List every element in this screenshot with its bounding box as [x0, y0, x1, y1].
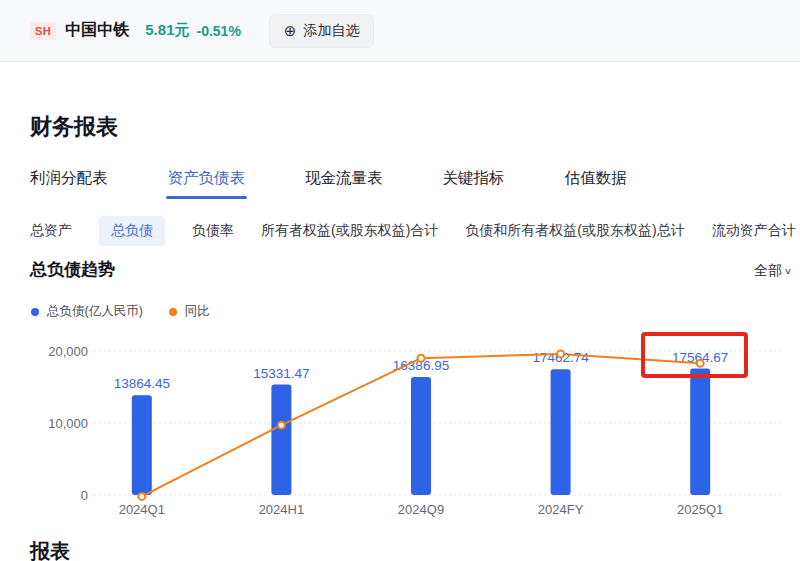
tab-0[interactable]: 利润分配表 [30, 168, 108, 199]
y-tick-label: 20,000 [48, 344, 88, 359]
legend-dot-icon [31, 308, 39, 316]
subtab-1[interactable]: 总负债 [99, 216, 165, 246]
add-watchlist-label: 添加自选 [303, 22, 359, 40]
x-tick-label: 2025Q1 [677, 502, 723, 517]
page: SH 中国中铁 5.81元 -0.51% ⊕ 添加自选 财务报表 利润分配表资产… [0, 0, 800, 561]
legend-item-1[interactable]: 同比 [169, 303, 210, 320]
stock-price: 5.81元 [145, 21, 189, 40]
bar-2024Q9[interactable] [411, 377, 431, 495]
legend-dot-icon [169, 308, 177, 316]
yoy-line-marker[interactable] [697, 360, 704, 367]
tab-4[interactable]: 估值数据 [565, 168, 627, 199]
y-tick-label: 10,000 [48, 416, 88, 431]
page-title: 财务报表 [30, 112, 118, 142]
chart-legend: 总负债(亿人民币)同比 [31, 303, 210, 320]
stock-name: 中国中铁 [65, 20, 129, 41]
yoy-line-marker[interactable] [418, 355, 425, 362]
bar-2024FY[interactable] [551, 369, 571, 495]
legend-label: 同比 [185, 303, 210, 320]
bar-value-label: 15331.47 [253, 366, 309, 381]
x-tick-label: 2024H1 [259, 502, 305, 517]
yoy-line-marker[interactable] [138, 493, 145, 500]
bar-value-label: 13864.45 [114, 376, 170, 391]
range-selector-dropdown[interactable]: 全部 ∨ [754, 262, 792, 280]
next-section-title: 报表 [30, 538, 70, 561]
yoy-line-marker[interactable] [557, 350, 564, 357]
chevron-down-icon: ∨ [784, 266, 792, 276]
x-tick-label: 2024Q1 [119, 502, 165, 517]
yoy-line-marker[interactable] [278, 422, 285, 429]
bar-2025Q1[interactable] [690, 369, 710, 495]
tab-1[interactable]: 资产负债表 [168, 168, 246, 199]
subtab-4[interactable]: 负债和所有者权益(或股东权益)总计 [465, 216, 684, 246]
subtab-3[interactable]: 所有者权益(或股东权益)合计 [261, 216, 438, 246]
tab-3[interactable]: 关键指标 [443, 168, 505, 199]
range-selector-label: 全部 [754, 262, 782, 280]
subtab-5[interactable]: 流动资产合计 [712, 216, 796, 246]
liabilities-trend-chart[interactable]: 010,00020,00013864.4515331.4716386.95174… [30, 330, 790, 525]
subtab-0[interactable]: 总资产 [30, 216, 72, 246]
legend-item-0[interactable]: 总负债(亿人民币) [31, 303, 143, 320]
stock-header-bar: SH 中国中铁 5.81元 -0.51% ⊕ 添加自选 [0, 0, 800, 62]
exchange-badge: SH [30, 22, 56, 40]
bar-2024Q1[interactable] [132, 395, 152, 495]
add-watchlist-button[interactable]: ⊕ 添加自选 [269, 14, 375, 48]
plus-circle-icon: ⊕ [284, 23, 297, 38]
metric-subtabs: 总资产总负债负债率所有者权益(或股东权益)合计负债和所有者权益(或股东权益)总计… [30, 216, 800, 246]
bar-2024H1[interactable] [271, 385, 291, 495]
report-tabs: 利润分配表资产负债表现金流量表关键指标估值数据 [30, 168, 627, 199]
tab-2[interactable]: 现金流量表 [305, 168, 383, 199]
x-tick-label: 2024Q9 [398, 502, 444, 517]
x-tick-label: 2024FY [538, 502, 584, 517]
chart-title: 总负债趋势 [30, 258, 115, 281]
subtab-2[interactable]: 负债率 [192, 216, 234, 246]
y-tick-label: 0 [81, 488, 88, 503]
legend-label: 总负债(亿人民币) [47, 303, 143, 320]
stock-change: -0.51% [196, 23, 240, 39]
